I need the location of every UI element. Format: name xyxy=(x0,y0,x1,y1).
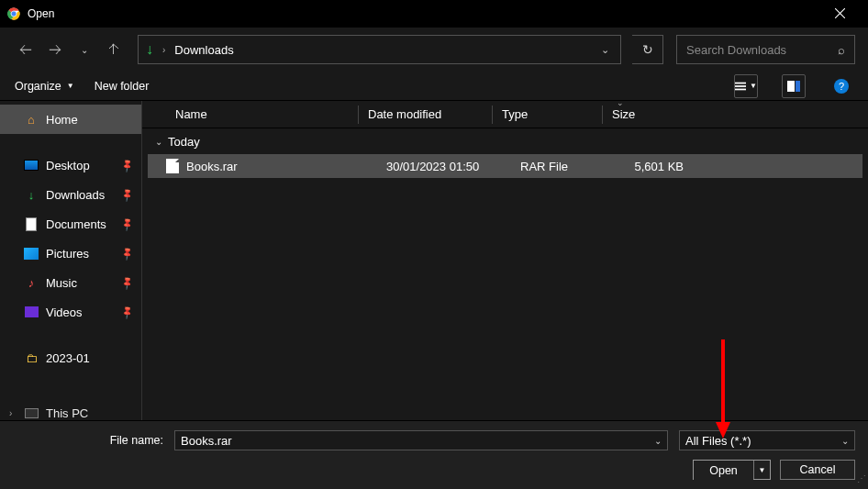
svg-rect-7 xyxy=(787,81,795,92)
sidebar-item-folder[interactable]: 🗀 2023-01 xyxy=(0,343,141,372)
main-panel: ⌂ Home Desktop 📌 ↓ Downloads 📌 Documents… xyxy=(0,101,868,420)
file-date: 30/01/2023 01:50 xyxy=(377,160,511,173)
sidebar-label: Desktop xyxy=(46,159,90,172)
chevron-down-icon[interactable]: ⌄ xyxy=(654,436,662,446)
caret-down-icon: ▼ xyxy=(750,82,757,90)
preview-pane-button[interactable] xyxy=(782,74,806,98)
sidebar-item-documents[interactable]: Documents 📌 xyxy=(0,209,141,239)
pin-icon: 📌 xyxy=(119,246,134,261)
filename-label: File name: xyxy=(13,434,169,447)
help-button[interactable]: ? xyxy=(829,74,853,98)
column-name[interactable]: Name xyxy=(142,106,358,124)
search-placeholder: Search Downloads xyxy=(686,43,786,57)
file-row[interactable]: Books.rar 30/01/2023 01:50 RAR File 5,60… xyxy=(148,154,862,178)
address-bar[interactable]: ↓ › Downloads ⌄ xyxy=(138,35,621,64)
column-date[interactable]: Date modified xyxy=(358,106,492,124)
sidebar-item-home[interactable]: ⌂ Home xyxy=(0,105,141,134)
back-button[interactable]: 🡠 xyxy=(13,35,39,64)
sidebar-item-music[interactable]: ♪ Music 📌 xyxy=(0,268,141,297)
file-type: RAR File xyxy=(511,160,621,173)
close-button[interactable] xyxy=(818,0,861,28)
column-size[interactable]: Size xyxy=(602,106,673,124)
sidebar-item-thispc[interactable]: › This PC xyxy=(0,398,141,420)
file-type-filter[interactable]: All Files (*.*) ⌄ xyxy=(679,430,855,450)
sidebar-label: Music xyxy=(46,276,77,290)
search-input[interactable]: Search Downloads ⌕ xyxy=(676,35,855,64)
toolbar: Organize ▼ New folder ▼ ? xyxy=(0,72,868,101)
filename-input[interactable]: Books.rar ⌄ xyxy=(174,430,668,450)
sidebar-item-downloads[interactable]: ↓ Downloads 📌 xyxy=(0,180,141,209)
home-icon: ⌂ xyxy=(24,112,39,127)
desktop-icon xyxy=(24,158,39,172)
download-icon: ↓ xyxy=(146,41,153,58)
download-icon: ↓ xyxy=(24,187,39,202)
up-button[interactable]: 🡡 xyxy=(101,35,127,64)
sidebar-item-desktop[interactable]: Desktop 📌 xyxy=(0,150,141,180)
new-folder-button[interactable]: New folder xyxy=(95,80,150,93)
filename-value: Books.rar xyxy=(181,434,232,448)
pin-icon: 📌 xyxy=(119,217,134,231)
open-dropdown-button[interactable]: ▼ xyxy=(753,461,770,479)
file-name: Books.rar xyxy=(186,160,238,173)
svg-rect-8 xyxy=(796,81,800,92)
chevron-down-icon: ⌄ xyxy=(841,436,849,446)
organize-label: Organize xyxy=(15,80,61,93)
pin-icon: 📌 xyxy=(119,305,134,319)
window-title: Open xyxy=(28,7,54,20)
chrome-icon xyxy=(7,7,20,20)
search-icon: ⌕ xyxy=(838,43,845,57)
breadcrumb-current[interactable]: Downloads xyxy=(174,43,233,57)
organize-button[interactable]: Organize ▼ xyxy=(15,80,74,93)
sort-indicator-icon: ⌄ xyxy=(610,98,630,107)
open-button-group: Open ▼ xyxy=(693,460,771,480)
navigation-bar: 🡠 🡢 ⌄ 🡡 ↓ › Downloads ⌄ ↻ Search Downloa… xyxy=(0,28,868,72)
sidebar-label: Documents xyxy=(46,217,106,231)
cancel-button[interactable]: Cancel xyxy=(780,460,855,480)
sidebar: ⌂ Home Desktop 📌 ↓ Downloads 📌 Documents… xyxy=(0,101,142,420)
folder-icon: 🗀 xyxy=(24,350,39,365)
bottom-panel: File name: Books.rar ⌄ All Files (*.*) ⌄… xyxy=(0,420,868,489)
pin-icon: 📌 xyxy=(119,187,134,202)
column-headers: Name Date modified Type Size xyxy=(142,101,868,128)
sidebar-label: Videos xyxy=(46,306,83,319)
forward-button[interactable]: 🡢 xyxy=(42,35,68,64)
svg-rect-6 xyxy=(735,88,746,90)
file-icon xyxy=(166,159,179,173)
sidebar-label: 2023-01 xyxy=(46,351,90,365)
svg-rect-4 xyxy=(735,82,746,83)
view-mode-button[interactable]: ▼ xyxy=(734,74,758,98)
address-dropdown-icon[interactable]: ⌄ xyxy=(597,44,613,56)
pictures-icon xyxy=(24,246,39,261)
pin-icon: 📌 xyxy=(119,275,134,290)
refresh-button[interactable]: ↻ xyxy=(632,35,663,64)
help-icon: ? xyxy=(834,79,849,94)
document-icon xyxy=(24,217,39,231)
sidebar-label: Downloads xyxy=(46,188,105,202)
filter-value: All Files (*.*) xyxy=(685,434,751,448)
resize-grip-icon[interactable]: ⋰ xyxy=(855,476,866,487)
sidebar-item-pictures[interactable]: Pictures 📌 xyxy=(0,239,141,268)
group-label: Today xyxy=(168,135,200,149)
breadcrumb-separator-icon: › xyxy=(162,45,165,55)
monitor-icon xyxy=(24,406,39,420)
open-button[interactable]: Open xyxy=(694,461,753,481)
group-header-today[interactable]: ⌄ Today xyxy=(142,128,868,154)
pin-icon: 📌 xyxy=(119,158,134,172)
music-icon: ♪ xyxy=(24,275,39,290)
sidebar-item-videos[interactable]: Videos 📌 xyxy=(0,297,141,327)
sidebar-label: Home xyxy=(46,113,78,127)
sidebar-label: Pictures xyxy=(46,247,89,261)
file-list-panel: Name Date modified Type Size ⌄ ⌄ Today B… xyxy=(142,101,868,420)
file-size: 5,601 KB xyxy=(621,160,693,173)
chevron-right-icon: › xyxy=(9,408,12,418)
title-bar: Open xyxy=(0,0,868,28)
sidebar-label: This PC xyxy=(46,406,88,420)
chevron-down-icon: ⌄ xyxy=(155,137,162,147)
videos-icon xyxy=(24,305,39,319)
svg-rect-5 xyxy=(735,85,746,87)
svg-point-2 xyxy=(12,11,17,16)
recent-dropdown[interactable]: ⌄ xyxy=(72,35,97,64)
column-type[interactable]: Type xyxy=(492,106,602,124)
caret-down-icon: ▼ xyxy=(67,82,74,90)
